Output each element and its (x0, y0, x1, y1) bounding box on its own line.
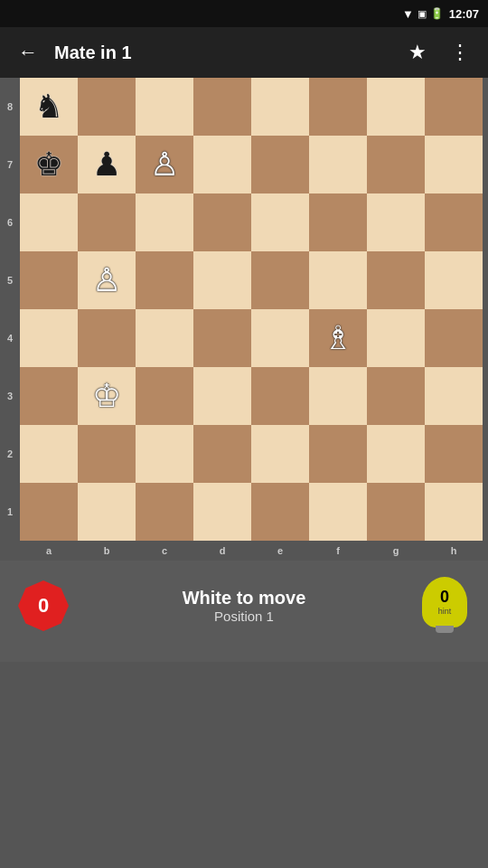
cell-b2[interactable] (78, 425, 136, 483)
cell-a7[interactable]: ♚ (20, 136, 78, 193)
cell-h6[interactable] (425, 193, 483, 251)
cell-g5[interactable] (367, 251, 425, 309)
file-label-c: c (136, 541, 193, 561)
piece-b7: ♟ (92, 148, 121, 181)
piece-f4: ♗ (324, 322, 352, 354)
wifi-icon: ▼ (402, 7, 414, 21)
back-button[interactable]: ← (11, 37, 45, 68)
cell-b7[interactable]: ♟ (78, 136, 136, 193)
cell-a1[interactable] (20, 483, 78, 541)
game-status: White to move Position 1 (183, 588, 306, 624)
file-labels: abcdefgh (20, 541, 488, 561)
rank-label-6: 6 (0, 193, 20, 251)
cell-a3[interactable] (20, 367, 78, 425)
page-title: Mate in 1 (54, 42, 392, 63)
hint-button[interactable]: 0 hint (422, 577, 467, 627)
cell-e7[interactable] (251, 136, 309, 193)
cell-d2[interactable] (193, 425, 251, 483)
rank-labels: 87654321 (0, 78, 20, 561)
cell-c5[interactable] (136, 251, 193, 309)
cell-a6[interactable] (20, 193, 78, 251)
position-label: Position 1 (183, 609, 306, 624)
cell-d8[interactable] (193, 78, 251, 136)
cell-d7[interactable] (193, 136, 251, 193)
cell-f4[interactable]: ♗ (309, 309, 367, 367)
signal-icon: ▣ (418, 8, 427, 20)
cell-e5[interactable] (251, 251, 309, 309)
cell-h2[interactable] (425, 425, 483, 483)
cell-g4[interactable] (367, 309, 425, 367)
cell-f3[interactable] (309, 367, 367, 425)
cell-e3[interactable] (251, 367, 309, 425)
file-label-d: d (193, 541, 251, 561)
cell-d1[interactable] (193, 483, 251, 541)
cell-c6[interactable] (136, 193, 193, 251)
rank-label-5: 5 (0, 251, 20, 309)
cell-g7[interactable] (367, 136, 425, 193)
cell-h7[interactable] (425, 136, 483, 193)
piece-b5: ♙ (92, 264, 121, 297)
file-label-f: f (309, 541, 367, 561)
cell-f7[interactable] (309, 136, 367, 193)
cell-c4[interactable] (136, 309, 193, 367)
cell-f1[interactable] (309, 483, 367, 541)
favorite-button[interactable]: ★ (401, 37, 434, 68)
score-value: 0 (38, 594, 49, 618)
hint-badge[interactable]: 0 hint (419, 577, 470, 635)
score-badge: 0 (18, 580, 69, 631)
file-label-h: h (425, 541, 483, 561)
hint-label: hint (438, 607, 452, 616)
cell-a5[interactable] (20, 251, 78, 309)
cell-c2[interactable] (136, 425, 193, 483)
cell-d6[interactable] (193, 193, 251, 251)
chess-board-wrapper: 87654321 ♞♚♟♙♙♗♔ abcdefgh (0, 78, 488, 561)
move-text: White to move (183, 588, 306, 609)
file-label-a: a (20, 541, 78, 561)
cell-h3[interactable] (425, 367, 483, 425)
cell-a2[interactable] (20, 425, 78, 483)
cell-f5[interactable] (309, 251, 367, 309)
cell-b1[interactable] (78, 483, 136, 541)
cell-e4[interactable] (251, 309, 309, 367)
cell-g6[interactable] (367, 193, 425, 251)
rank-label-8: 8 (0, 78, 20, 136)
rank-label-2: 2 (0, 425, 20, 483)
cell-e2[interactable] (251, 425, 309, 483)
cell-d4[interactable] (193, 309, 251, 367)
cell-b6[interactable] (78, 193, 136, 251)
status-time: 12:07 (449, 7, 479, 21)
cell-h1[interactable] (425, 483, 483, 541)
cell-f6[interactable] (309, 193, 367, 251)
cell-c8[interactable] (136, 78, 193, 136)
cell-h8[interactable] (425, 78, 483, 136)
cell-h5[interactable] (425, 251, 483, 309)
cell-g8[interactable] (367, 78, 425, 136)
cell-e8[interactable] (251, 78, 309, 136)
chess-board[interactable]: ♞♚♟♙♙♗♔ (20, 78, 483, 541)
more-options-button[interactable]: ⋮ (443, 37, 477, 68)
cell-c7[interactable]: ♙ (136, 136, 193, 193)
cell-g3[interactable] (367, 367, 425, 425)
cell-a4[interactable] (20, 309, 78, 367)
rank-label-3: 3 (0, 367, 20, 425)
cell-e1[interactable] (251, 483, 309, 541)
cell-e6[interactable] (251, 193, 309, 251)
cell-c3[interactable] (136, 367, 193, 425)
cell-g2[interactable] (367, 425, 425, 483)
cell-a8[interactable]: ♞ (20, 78, 78, 136)
cell-g1[interactable] (367, 483, 425, 541)
bottom-row: 0 White to move Position 1 0 hint (18, 577, 470, 635)
cell-f8[interactable] (309, 78, 367, 136)
cell-h4[interactable] (425, 309, 483, 367)
cell-c1[interactable] (136, 483, 193, 541)
cell-b4[interactable] (78, 309, 136, 367)
cell-b8[interactable] (78, 78, 136, 136)
cell-f2[interactable] (309, 425, 367, 483)
cell-d5[interactable] (193, 251, 251, 309)
file-label-g: g (367, 541, 425, 561)
cell-b5[interactable]: ♙ (78, 251, 136, 309)
hint-count: 0 (440, 589, 449, 605)
cell-b3[interactable]: ♔ (78, 367, 136, 425)
rank-label-7: 7 (0, 136, 20, 193)
cell-d3[interactable] (193, 367, 251, 425)
